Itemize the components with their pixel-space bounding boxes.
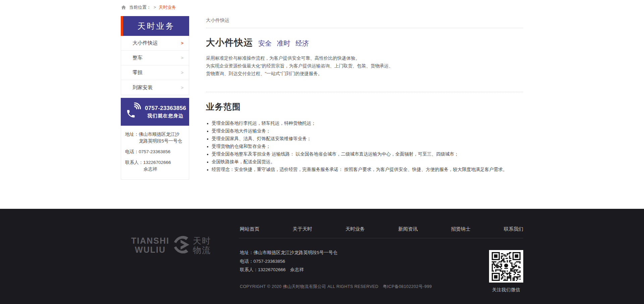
contact-person-line1: 联系人：13226702666: [125, 160, 171, 165]
tag-economic: 经济: [296, 40, 309, 47]
sidebar-item-lingdan[interactable]: 零担 >: [121, 65, 189, 80]
footer-nav-contact[interactable]: 联系我们: [504, 226, 523, 232]
footer-nav: 网站首页 关于天时 天时业务 新闻资讯 招贤纳士 联系我们: [240, 209, 523, 232]
intro-paragraph: 采用标准定价与标准操作流程，为客户提供安全可靠、高性价比的快递体验。 为实现企业…: [206, 54, 523, 77]
sidebar-item-label: 大小件快运: [132, 40, 158, 46]
logo-cn-text: 天时 物流: [193, 236, 211, 255]
dotted-divider: [206, 92, 523, 92]
footer: TIANSHI WULIU 天时 物流 网站首页 关于天时 天时业: [0, 209, 644, 304]
page-title: 大小件快运: [206, 37, 253, 49]
qr-code: [489, 250, 523, 283]
scope-list: 受理全国各地行李托运，轿车托运，特种货物托运； 受理全国各地大件运输业务； 受理…: [206, 119, 523, 173]
footer-nav-home[interactable]: 网站首页: [240, 226, 259, 232]
scope-item: 受理全国各地整车及零担业务 运输线路： 以全国各地省会城市，二级城市直达运输为中…: [212, 150, 523, 158]
footer-divider: [239, 238, 523, 238]
tag-safe: 安全: [258, 40, 272, 47]
qr-caption: 关注我们微信: [489, 287, 523, 293]
chevron-right-icon: >: [181, 41, 183, 46]
scope-item: 受理货物的仓储和暂存业务；: [212, 142, 523, 150]
scope-item: 受理全国各地大件运输业务；: [212, 127, 523, 135]
scope-item: 受理全国各地行李托运，轿车托运，特种货物托运；: [212, 119, 523, 127]
hotline-number: 0757-23363856: [145, 105, 186, 112]
sidebar-item-zhengche[interactable]: 整车 >: [121, 51, 189, 65]
hotline-slogan: 我们就在您身边: [145, 113, 186, 119]
footer-nav-services[interactable]: 天时业务: [345, 226, 365, 232]
sidebar-item-label: 到家安装: [132, 84, 153, 91]
tag-ontime: 准时: [277, 40, 290, 47]
chevron-right-icon: >: [181, 55, 183, 60]
scope-item: 经营理念：安全快捷，重守诚信，适价经营，完善服务服务承诺： 按照客户要求，为客户…: [212, 166, 523, 173]
phone-waves-icon: [125, 103, 142, 121]
scope-item: 全国铁路接单，配送全国货运。: [212, 158, 523, 166]
footer-nav-about[interactable]: 关于天时: [292, 226, 312, 232]
breadcrumb-current-link[interactable]: 天时业务: [159, 4, 176, 10]
section-title: 大小件快运: [206, 17, 523, 28]
sidebar-item-daojiaanzhuang[interactable]: 到家安装 >: [121, 80, 189, 95]
scope-item: 受理全国家具、洁具、灯饰配送安装维修等业务；: [212, 135, 523, 142]
sidebar-menu: 大小件快运 > 整车 > 零担 > 到家安装 >: [121, 36, 189, 95]
copyright: COPYRIGHT © 2020 佛山天时物流有限公司 ALL RIGHTS R…: [240, 284, 523, 290]
sidebar-title: 天时业务: [121, 16, 189, 36]
breadcrumb-separator: >: [154, 5, 156, 10]
footer-nav-news[interactable]: 新闻资讯: [398, 226, 418, 232]
footer-phone: 电话：0757-23363856: [240, 257, 523, 266]
hotline-banner: 0757-23363856 我们就在您身边: [121, 98, 189, 126]
footer-qr-block: 关注我们微信: [489, 250, 523, 293]
sidebar-item-label: 零担: [132, 69, 143, 76]
footer-address: 地址：佛山市顺德区龙江沙龙路英明段5号一号仓: [240, 248, 523, 257]
home-icon[interactable]: [121, 5, 126, 10]
contact-address-line2: 龙路英明段5号一号仓: [125, 138, 182, 143]
intro-line: 货物查询、到达交付全过程、"一站式"门到门的便捷服务。: [206, 70, 523, 77]
breadcrumb: 当前位置： > 天时业务: [121, 0, 523, 16]
sidebar: 天时业务 大小件快运 > 整车 > 零担 > 到家安装: [121, 16, 189, 180]
arrow-swoosh-icon: [172, 234, 190, 257]
logo-en-text: TIANSHI WULIU: [131, 236, 169, 254]
scope-heading: 业务范围: [206, 101, 523, 112]
footer-contact-block: 地址：佛山市顺德区龙江沙龙路英明段5号一号仓 电话：0757-23363856 …: [240, 248, 523, 274]
intro-line: 为实现企业资源价值最大化"的经营宗旨，为客户提供运输咨询、上门取货、包装、货物承…: [206, 62, 523, 70]
contact-person-line2: 佘志祥: [125, 167, 157, 172]
contact-address-line1: 地址：佛山市顺德区龙江沙: [125, 132, 179, 137]
sidebar-item-daxiaojian[interactable]: 大小件快运 >: [121, 36, 189, 51]
footer-nav-careers[interactable]: 招贤纳士: [451, 226, 471, 232]
heading-tags: 安全 准时 经济: [258, 39, 313, 48]
chevron-right-icon: >: [181, 85, 183, 90]
sidebar-contact-box: 地址：佛山市顺德区龙江沙 龙路英明段5号一号仓 电话：0757-23363856…: [121, 126, 189, 180]
intro-line: 采用标准定价与标准操作流程，为客户提供安全可靠、高性价比的快递体验。: [206, 54, 523, 62]
sidebar-item-label: 整车: [132, 55, 143, 61]
chevron-right-icon: >: [181, 70, 183, 75]
page-body: 当前位置： > 天时业务 天时业务 大小件快运 > 整车 >: [0, 0, 644, 209]
contact-phone: 电话：0757-23363856: [125, 148, 185, 155]
footer-contact-person: 联系人：13226702666 佘志祥: [240, 265, 523, 274]
breadcrumb-label: 当前位置：: [129, 4, 151, 10]
footer-logo: TIANSHI WULIU 天时 物流: [121, 234, 221, 257]
main-content: 大小件快运 大小件快运 安全 准时 经济 采用标准定价与标准操作流程，为客户提供…: [206, 16, 523, 173]
